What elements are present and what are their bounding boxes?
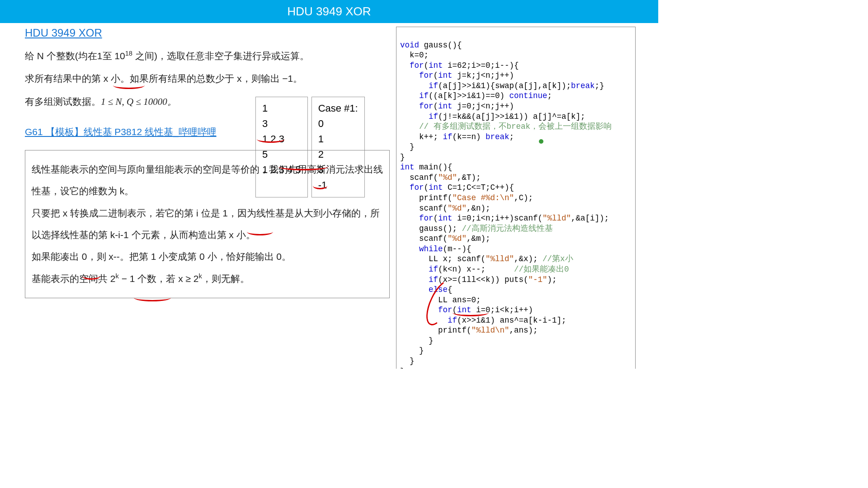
c: k++; (400, 132, 443, 141)
p4-a: 2 (110, 273, 116, 284)
c: ( (424, 183, 429, 192)
c: "%lld\n" (472, 326, 509, 335)
c: (x>>i&1) ans^=a[k-i-1]; (457, 316, 566, 325)
c: scanf( (400, 173, 438, 182)
c: if (400, 275, 438, 284)
desc-line3-math: 1 ≤ N, Q ≤ 10000。 (101, 96, 177, 107)
c: } (400, 336, 434, 345)
c: ((a[k]>>i&1)==0) (429, 91, 509, 100)
c: break (486, 132, 509, 141)
c: "Case #%d:\n" (453, 193, 514, 202)
c: printf( (400, 193, 453, 202)
c: ; (547, 91, 552, 100)
c: while (400, 244, 443, 253)
c: (a[j]>>i&1){swap(a[j],a[k]); (438, 81, 571, 90)
green-cursor-dot (539, 139, 543, 144)
c: for (400, 214, 434, 223)
c: //高斯消元法构造线性基 (462, 224, 553, 233)
explain-p4: 基能表示的空间共 2k − 1 个数，若 x ≥ 2k，则无解。 (32, 268, 383, 290)
c: scanf( (400, 204, 448, 213)
p4-bexp: k (199, 272, 202, 280)
c: int (438, 71, 453, 80)
c: break (571, 81, 595, 90)
c: //第x小 (542, 254, 573, 263)
c: continue (509, 91, 547, 100)
c: int (438, 214, 453, 223)
p4-aexp: k (116, 272, 119, 280)
desc-exp: 18 (125, 50, 132, 57)
c: (m--){ (443, 244, 472, 253)
c: ,ans); (509, 326, 538, 335)
c: } (400, 346, 424, 355)
c: gauss(){ (419, 41, 462, 50)
c: ( (434, 71, 439, 80)
underline-x-small (113, 85, 145, 89)
c: int (429, 183, 443, 192)
c: ( (424, 61, 429, 70)
explain-p3: 如果能凑出 0，则 x--。把第 1 小变成第 0 小，恰好能输出 0。 (32, 246, 383, 267)
c: ,&m); (467, 234, 491, 243)
c: ,&T); (457, 173, 481, 182)
c: int (400, 163, 415, 172)
c: ,&x); (514, 254, 542, 263)
left-column: HDU 3949 XOR 给 N 个整数(均在1至 1018 之间)，选取任意非… (25, 27, 390, 369)
c: int (429, 61, 443, 70)
c: } (400, 153, 405, 162)
c: ( (434, 102, 439, 111)
c: (k==n) (453, 132, 486, 141)
c: int (438, 102, 453, 111)
c: ,C); (514, 193, 533, 202)
c: ;} (595, 81, 604, 90)
c: ( (434, 214, 439, 223)
content-area: HDU 3949 XOR 给 N 个整数(均在1至 1018 之间)，选取任意非… (0, 23, 658, 369)
c: for (400, 183, 424, 192)
c: if (400, 112, 438, 121)
c: main(){ (415, 163, 453, 172)
p4-pre: 基能表示的空间共 (32, 273, 110, 284)
c: gauss(); (400, 224, 462, 233)
page-header: HDU 3949 XOR (0, 0, 658, 23)
c: for (400, 61, 424, 70)
c: j=0;j<n;j++) (453, 102, 514, 111)
c: i=62;i>=0;i--){ (443, 61, 519, 70)
c: ,&a[i]); (571, 214, 609, 223)
c: for (400, 71, 434, 80)
explanation-box: 线性基能表示的空间与原向量组能表示的空间是等价的，我们先用高斯消元法求出线性基，… (25, 150, 390, 298)
c: // 有多组测试数据，不break，会被上一组数据影响 (400, 122, 612, 131)
c: ); (547, 275, 557, 284)
explain-p2: 只要把 x 转换成二进制表示，若它的第 i 位是 1，因为线性基是从大到小存储的… (32, 202, 383, 246)
desc-line2: 求所有结果中的第 x 小。如果所有结果的总数少于 x，则输出 −1。 (25, 73, 302, 84)
c: (j!=k&&(a[j]>>i&1)) a[j]^=a[k]; (438, 112, 585, 121)
c: (k<n) x--; (438, 265, 514, 274)
c: ; (509, 132, 514, 141)
problem-title-link[interactable]: HDU 3949 XOR (25, 27, 102, 39)
reference-link[interactable]: G61 【模板】线性基 P3812 线性基_哔哩哔哩 (25, 126, 217, 138)
c: i=0;i<n;i++)scanf( (453, 214, 543, 223)
c: "%lld" (542, 214, 571, 223)
c: if (400, 91, 429, 100)
p4-mid: − 1 个数，若 x ≥ (119, 273, 193, 284)
c: k=0; (400, 51, 429, 60)
code-block: void gauss(){ k=0; for(int i=62;i>=0;i--… (396, 27, 636, 369)
c: } (400, 142, 415, 151)
c: LL x; scanf( (400, 254, 486, 263)
c: printf( (400, 326, 472, 335)
c: "%d" (448, 204, 467, 213)
c: "%lld" (486, 254, 514, 263)
c: if (400, 81, 438, 90)
c: "-1" (528, 275, 547, 284)
c: ,&n); (467, 204, 491, 213)
c: //如果能凑出0 (514, 265, 569, 274)
p4-post: ，则无解。 (202, 273, 250, 284)
c: for (400, 102, 434, 111)
c: "%d" (448, 234, 467, 243)
c: if (400, 265, 438, 274)
desc-line1-pre: 给 N 个整数(均在1至 (25, 51, 114, 61)
c: j=k;j<n;j++) (453, 71, 514, 80)
header-title: HDU 3949 XOR (288, 5, 371, 18)
c: scanf( (400, 234, 448, 243)
c: C=1;C<=T;C++){ (443, 183, 514, 192)
desc-line3-pre: 有多组测试数据。 (25, 96, 101, 107)
c: void (400, 41, 419, 50)
desc-pow: 10 (114, 51, 125, 61)
